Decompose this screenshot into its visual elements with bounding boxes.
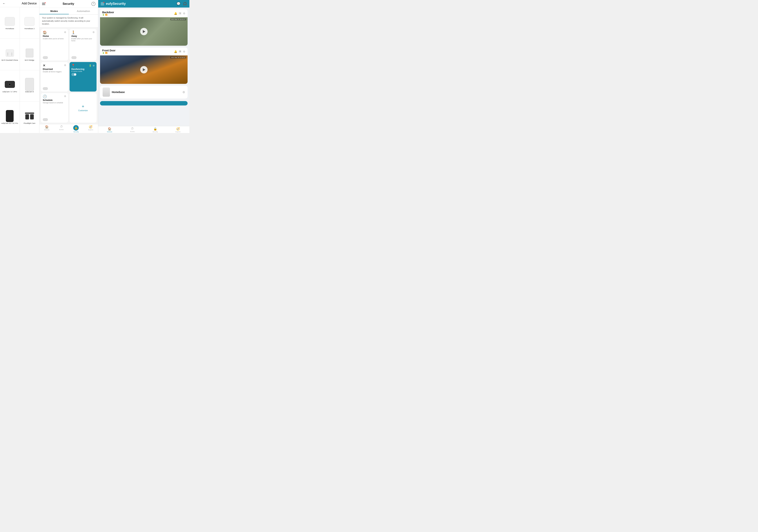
frontdoor-play-button[interactable] [140,66,148,73]
home-mode-toggle[interactable] [43,56,48,59]
schedule-gear-icon[interactable]: ⚙ [64,95,66,98]
disarmed-mode-title: Disarmed [43,68,66,70]
disarmed-mode-toggle[interactable] [43,87,48,90]
frontdoor-wifi-icon: 📶 [105,52,107,54]
security-tabs: Modes Automation [40,8,98,15]
nav-events[interactable]: ⏱ Events [54,125,69,133]
mode-schedule-card[interactable]: 🕐 ⚙ Schedule Manage based on schedule [41,93,68,122]
frontdoor-thumbnail[interactable]: 2021 Mar 28 19:34:21 [100,55,188,84]
backdoor-sleep-icon[interactable]: 🔔 [174,12,177,15]
geofencing-toggle[interactable] [71,73,77,76]
frontdoor-sleep-icon[interactable]: 🔔 [174,50,177,53]
eufy-nav-explore-label: Explore [175,131,180,133]
list-item[interactable]: Wi-Fi Bridge [20,39,40,70]
add-device-title: Add Device [22,2,37,5]
security-panel: Security ? Modes Automation Your system … [40,0,98,133]
list-item[interactable]: HomeBase [0,7,19,39]
mode-geofencing-card[interactable]: 📍 🔋 ⚙ Geofencing In Home mode [70,62,97,91]
menu-button[interactable] [42,3,45,5]
back-button[interactable]: ← [3,2,6,5]
list-item[interactable]: Floodlight Cam [20,102,40,133]
eufy-nav-devices-active[interactable]: 🏠 Devices [98,127,121,133]
nav-explore[interactable]: 🧭 Explore [83,125,98,133]
homebase-icon [4,16,15,26]
eufy-app-name: eufySecurity [106,2,126,6]
backdoor-camera-card: Backdoor 🔋 📶 🔔 1 ⚙ 2021 Mar 31 18:02:07 [100,9,188,46]
geofencing-subtitle: In Home mode [71,70,95,72]
homebase2-icon [24,16,35,26]
device-label: HomeBase 2 [24,27,35,29]
eufy-nav-security[interactable]: 🔒 Security [144,127,167,133]
mode-disarmed-card[interactable]: ✕ ⚙ Disarmed Disable all device triggers [41,62,68,91]
customize-label: Customize [78,109,88,112]
nav-events-icon: ⏱ [60,125,63,128]
tab-automation[interactable]: Automation [69,8,98,14]
schedule-mode-toggle[interactable] [43,118,48,121]
away-mode-title: Away [71,35,95,37]
eufy-header: eufySecurity 💬 🎧 [98,0,190,8]
frontdoor-notif-badge: 0 [179,50,182,53]
backdoor-notif-badge: 1 [179,12,182,15]
security-header: Security ? [40,0,98,8]
disarmed-mode-icon: ✕ [43,64,46,67]
security-bottom-nav: 🏠 Devices ⏱ Events 🔒 Security 🧭 Explore [40,124,98,133]
eufy-chat-icon[interactable]: 💬 [177,2,180,6]
device-label: HomeBase [6,27,14,29]
customize-card[interactable]: + Customize [70,93,97,122]
backdoor-wifi-icon: 📶 [105,14,107,16]
homebase-name: Homebase [112,91,125,93]
frontdoor-settings-icon[interactable]: ⚙ [183,50,185,53]
device-label: Wi-Fi Bridge [25,59,34,61]
mode-home-card[interactable]: 🏠 ⚙ Home Enable when you're at home [41,29,68,61]
list-item[interactable]: HomeBase 2 [20,7,40,39]
nav-security-icon: 🔒 [74,126,78,129]
nav-security-active[interactable]: 🔒 Security [69,125,84,133]
away-mode-desc: Enable when you leave your home [71,38,95,42]
list-item[interactable]: eufyCam / 2 / 2Pro [0,70,19,102]
list-item[interactable]: eufyCam E [20,70,40,102]
tab-modes[interactable]: Modes [40,8,69,14]
eufycam-icon [4,80,15,89]
help-button[interactable]: ? [91,2,95,6]
nav-events-label: Events [59,129,63,130]
frontdoor-camera-card: Front Door 🔋 📶 🔔 0 ⚙ 2021 Mar 28 19:34:2… [100,48,188,84]
eufy-nav-explore[interactable]: 🧭 Explore [167,127,190,133]
notification-dot [45,2,46,3]
away-mode-icon: 🚶 [71,31,75,34]
eufy-content: Backdoor 🔋 📶 🔔 1 ⚙ 2021 Mar 31 18:02:07 [98,8,190,126]
backdoor-thumbnail[interactable]: 2021 Mar 31 18:02:07 [100,17,188,46]
eufy-headphone-icon[interactable]: 🎧 [183,2,187,6]
list-item[interactable]: Wi-Fi Doorbell Chime [0,39,19,70]
nav-devices[interactable]: 🏠 Devices [40,125,54,133]
backdoor-settings-icon[interactable]: ⚙ [183,12,185,15]
list-item[interactable]: eufyCam 2C / 2C Pro [0,102,19,133]
homebase-image [103,87,110,97]
geofence-notice: Your system is managed by Geofencing. It… [40,15,98,27]
away-gear-icon[interactable]: ⚙ [92,31,95,34]
geofencing-gear-icon[interactable]: ⚙ [93,64,95,67]
eufy-nav-explore-icon: 🧭 [176,127,180,131]
mode-away-card[interactable]: 🚶 ⚙ Away Enable when you leave your home [70,29,97,61]
backdoor-timestamp: 2021 Mar 31 18:02:07 [170,18,186,20]
device-label: eufyCam E [25,91,34,93]
device-grid: HomeBase HomeBase 2 Wi-Fi Doorbell Chime [0,7,39,133]
eufy-nav-devices-icon: 🏠 [108,127,111,131]
away-mode-toggle[interactable] [71,56,77,59]
schedule-mode-icon: 🕐 [43,95,47,98]
home-mode-icon: 🏠 [43,31,47,34]
backdoor-play-button[interactable] [140,28,148,35]
nav-devices-icon: 🏠 [45,125,49,129]
home-gear-icon[interactable]: ⚙ [64,31,66,34]
homebase-settings-icon[interactable]: ⚙ [183,90,185,94]
geofencing-title: Geofencing [71,68,95,70]
eufy-action-button[interactable] [100,101,188,106]
eufy-nav-events[interactable]: ⏱ Events [121,127,144,133]
eufy-nav-events-label: Events [130,131,134,132]
geofencing-location-icon: 📍 [71,64,75,67]
frontdoor-battery-icon: 🔋 [102,52,104,54]
device-label: Floodlight Cam [24,122,35,124]
nav-security-label: Security [73,131,79,133]
disarmed-gear-icon[interactable]: ⚙ [64,64,66,67]
eufy-panel: eufySecurity 💬 🎧 Backdoor 🔋 📶 🔔 1 [98,0,190,133]
doorbell-icon [4,48,15,58]
